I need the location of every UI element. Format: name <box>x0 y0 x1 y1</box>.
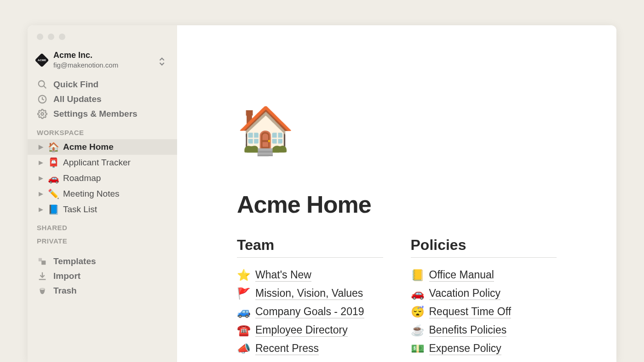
svg-point-3 <box>41 113 44 115</box>
link-label: Mission, Vision, Values <box>255 287 363 300</box>
chevron-up-down-icon <box>157 57 167 68</box>
chevron-right-icon[interactable]: ▶ <box>39 190 44 197</box>
trash-button[interactable]: Trash <box>28 283 177 298</box>
page-label: Roadmap <box>63 173 101 183</box>
link-label: Recent Press <box>255 342 319 355</box>
window-controls <box>37 34 65 40</box>
clock-icon <box>37 94 48 104</box>
main-content: 🏠 Acme Home Team⭐What's New🚩Mission, Vis… <box>177 25 616 362</box>
page-link[interactable]: ⭐What's New <box>237 266 383 284</box>
page-link[interactable]: 📣Recent Press <box>237 339 383 358</box>
link-emoji-icon: 🚩 <box>237 287 251 300</box>
workspace-name: Acme Inc. <box>53 50 118 61</box>
import-icon <box>37 271 48 281</box>
page-columns: Team⭐What's New🚩Mission, Vision, Values🚙… <box>237 237 557 358</box>
svg-point-6 <box>40 288 45 290</box>
link-label: Company Goals - 2019 <box>255 305 364 318</box>
private-section-label[interactable]: PRIVATE <box>28 234 177 248</box>
trash-label: Trash <box>53 286 77 296</box>
shared-section-label[interactable]: SHARED <box>28 217 177 234</box>
trash-icon <box>37 286 48 296</box>
content-column: Team⭐What's New🚩Mission, Vision, Values🚙… <box>237 237 383 358</box>
link-emoji-icon: ☎️ <box>237 324 251 337</box>
link-label: Employee Directory <box>255 324 348 337</box>
page-label: Task List <box>63 204 97 215</box>
templates-icon <box>37 256 48 266</box>
chevron-right-icon[interactable]: ▶ <box>39 175 44 181</box>
sidebar-page-item[interactable]: ▶📘Task List <box>28 202 177 217</box>
top-nav: Quick Find All Updates Settings & Member… <box>28 76 177 122</box>
all-updates-button[interactable]: All Updates <box>28 92 177 107</box>
link-label: Office Manual <box>429 269 494 282</box>
column-heading[interactable]: Team <box>237 237 274 257</box>
link-emoji-icon: 📒 <box>411 269 425 282</box>
page-link[interactable]: 💵Expense Policy <box>411 339 557 358</box>
app-window: ACME Acme Inc. fig@makenotion.com Quick … <box>28 25 616 362</box>
import-label: Import <box>53 271 80 281</box>
close-window-button[interactable] <box>37 34 43 40</box>
workspace-info: Acme Inc. fig@makenotion.com <box>53 50 118 70</box>
link-label: What's New <box>255 269 311 282</box>
workspace-logo-icon: ACME <box>34 53 49 68</box>
quick-find-label: Quick Find <box>53 79 98 90</box>
sidebar: ACME Acme Inc. fig@makenotion.com Quick … <box>28 25 177 362</box>
sidebar-page-item[interactable]: ▶✏️Meeting Notes <box>28 186 177 202</box>
column-heading[interactable]: Policies <box>411 237 466 257</box>
page-link[interactable]: 😴Request Time Off <box>411 303 557 321</box>
page-emoji-icon: ✏️ <box>48 188 59 199</box>
settings-members-button[interactable]: Settings & Members <box>28 107 177 121</box>
page-link[interactable]: 🚙Company Goals - 2019 <box>237 303 383 321</box>
search-icon <box>37 79 48 90</box>
page-emoji-icon: 🚗 <box>48 173 59 184</box>
workspace-section-label[interactable]: WORKSPACE <box>28 122 177 139</box>
sidebar-page-item[interactable]: ▶📮Applicant Tracker <box>28 155 177 170</box>
workspace-tree: ▶🏠Acme Home▶📮Applicant Tracker▶🚗Roadmap▶… <box>28 139 177 217</box>
page-icon[interactable]: 🏠 <box>237 107 294 153</box>
link-label: Benefits Policies <box>429 324 507 337</box>
svg-line-1 <box>44 86 46 89</box>
page-label: Meeting Notes <box>63 189 120 199</box>
page-emoji-icon: 📘 <box>48 204 59 215</box>
page-label: Acme Home <box>63 142 114 152</box>
templates-label: Templates <box>53 256 96 266</box>
page-label: Applicant Tracker <box>63 158 131 168</box>
link-label: Vacation Policy <box>429 287 501 300</box>
chevron-right-icon[interactable]: ▶ <box>39 206 44 213</box>
workspace-switcher[interactable]: ACME Acme Inc. fig@makenotion.com <box>28 46 177 76</box>
chevron-right-icon[interactable]: ▶ <box>39 159 44 166</box>
link-emoji-icon: 🚙 <box>237 305 251 318</box>
templates-button[interactable]: Templates <box>28 254 177 269</box>
page-link[interactable]: ☕Benefits Policies <box>411 321 557 339</box>
svg-point-0 <box>39 81 45 87</box>
maximize-window-button[interactable] <box>59 34 65 40</box>
link-label: Expense Policy <box>429 342 501 355</box>
quick-find-button[interactable]: Quick Find <box>28 77 177 92</box>
chevron-right-icon[interactable]: ▶ <box>39 143 44 150</box>
all-updates-label: All Updates <box>53 94 102 104</box>
sidebar-page-item[interactable]: ▶🚗Roadmap <box>28 170 177 186</box>
settings-label: Settings & Members <box>53 109 138 119</box>
import-button[interactable]: Import <box>28 269 177 283</box>
page-link[interactable]: 🚗Vacation Policy <box>411 284 557 303</box>
page-link[interactable]: ☎️Employee Directory <box>237 321 383 339</box>
page-link[interactable]: 🚩Mission, Vision, Values <box>237 284 383 303</box>
sidebar-page-item[interactable]: ▶🏠Acme Home <box>28 139 177 155</box>
link-emoji-icon: 📣 <box>237 342 251 355</box>
link-emoji-icon: ☕ <box>411 324 425 337</box>
content-column: Policies📒Office Manual🚗Vacation Policy😴R… <box>411 237 557 358</box>
link-emoji-icon: ⭐ <box>237 269 251 282</box>
page-link[interactable]: 📒Office Manual <box>411 266 557 284</box>
page-emoji-icon: 📮 <box>48 157 59 168</box>
svg-rect-5 <box>41 260 46 265</box>
gear-icon <box>37 109 48 119</box>
link-emoji-icon: 💵 <box>411 342 425 355</box>
bottom-nav: Templates Import Trash <box>28 253 177 299</box>
svg-rect-4 <box>39 258 42 261</box>
page-title[interactable]: Acme Home <box>237 191 557 218</box>
link-label: Request Time Off <box>429 305 512 318</box>
link-emoji-icon: 😴 <box>411 305 425 318</box>
workspace-email: fig@makenotion.com <box>53 61 118 70</box>
link-emoji-icon: 🚗 <box>411 287 425 300</box>
minimize-window-button[interactable] <box>48 34 54 40</box>
page-emoji-icon: 🏠 <box>48 141 59 153</box>
